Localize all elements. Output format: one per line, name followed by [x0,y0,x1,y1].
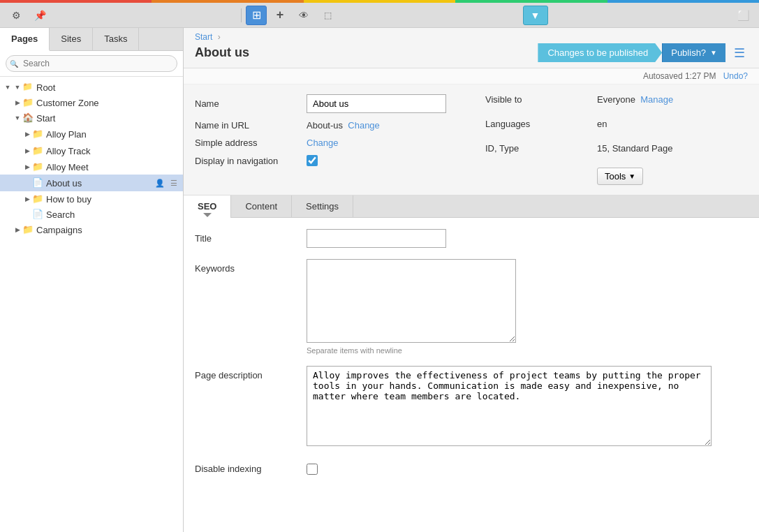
tree-item-alloy-plan[interactable]: ▶ 📁 Alloy Plan 👤 ☰ [0,126,183,142]
seo-description-control: Alloy improves the effectiveness of proj… [307,366,748,448]
visible-to-label: Visible to [485,94,597,105]
name-in-url-label: Name in URL [195,120,307,131]
tab-sites[interactable]: Sites [50,28,93,50]
list-view-button[interactable]: ☰ [731,45,748,61]
form-row-visible-to: Visible to Everyone Manage [485,94,748,105]
disable-indexing-checkbox[interactable] [307,464,318,475]
about-us-icon: 📄 [32,177,43,189]
seo-description-label: Page description [195,366,307,380]
seo-title-input[interactable] [307,229,446,248]
grid-icon-button[interactable]: ⊞ [246,6,267,25]
breadcrumb-start-link[interactable]: Start [195,32,212,42]
breadcrumb: Start › [195,32,748,42]
seo-keywords-textarea[interactable] [307,259,516,343]
main-content: Start › About us Changes to be published… [184,28,759,532]
toggle-about-us [22,178,32,188]
tabs-bar: SEO Content Settings [184,195,759,218]
campaigns-icon: 📁 [22,224,34,235]
start-icon: 🏠 [22,112,34,124]
tree-item-campaigns[interactable]: ▶ 📁 Campaigns [0,222,183,237]
tools-label: Tools [605,171,626,182]
device-preview-button[interactable]: ⬚ [317,6,338,25]
tab-tasks[interactable]: Tasks [93,28,139,50]
add-block-button[interactable]: + [270,6,290,25]
name-in-url-change-link[interactable]: Change [348,120,380,131]
tree-item-about-us[interactable]: 📄 About us 👤 ☰ [0,175,183,191]
header-actions: Changes to be published Publish? ▼ ☰ [538,43,748,62]
preview-button[interactable]: 👁 [293,6,314,25]
seo-hint: Separate items with newline [307,346,748,355]
search-page-icon: 📄 [32,209,43,220]
tree-item-alloy-track[interactable]: ▶ 📁 Alloy Track 👤 [0,142,183,159]
name-input[interactable] [307,94,446,113]
customer-zone-icon: 📁 [22,97,34,108]
visible-to-value: Everyone [597,94,635,105]
form-row-simple-address: Simple address Change [195,138,457,148]
name-in-url-text: About-us [307,120,343,131]
display-in-nav-checkbox[interactable] [307,155,318,166]
page-title: About us [195,45,249,60]
publish-dropdown-icon: ▼ [710,49,717,57]
tab-seo-label: SEO [198,201,216,212]
manage-link[interactable]: Manage [640,94,673,105]
undo-link[interactable]: Undo? [723,71,748,81]
tree-item-root[interactable]: ▼ ▼ 📁 Root [0,80,183,95]
id-type-label: ID, Type [485,143,597,154]
search-input[interactable] [6,55,177,72]
tab-seo[interactable]: SEO [184,195,231,217]
toggle-alloy-track: ▶ [22,146,32,156]
toggle-how-to-buy: ▶ [22,194,32,204]
pin-button[interactable]: 📌 [29,6,50,25]
tab-pages[interactable]: Pages [0,28,50,51]
id-type-value: 15, Standard Page [597,143,748,154]
autosave-text: Autosaved 1:27 PM [643,71,716,81]
form-row-display-nav: Display in navigation [195,155,457,166]
alloy-plan-menu-icon[interactable]: ☰ [168,128,180,140]
tree-label-alloy-meet: Alloy Meet [46,162,180,172]
tools-button[interactable]: Tools ▼ [597,168,643,185]
seo-title-label: Title [195,229,307,244]
tree-item-customer-zone[interactable]: ▶ 📁 Customer Zone [0,95,183,110]
seo-description-textarea[interactable]: Alloy improves the effectiveness of proj… [307,366,712,446]
tab-content-label: Content [245,201,277,212]
tree-label-customer-zone: Customer Zone [36,98,180,108]
content-header: Start › About us Changes to be published… [184,28,759,68]
tree-label-alloy-track: Alloy Track [46,146,168,156]
breadcrumb-sep: › [218,32,221,42]
alloy-track-user-icon[interactable]: 👤 [168,145,180,157]
about-us-user-icon[interactable]: 👤 [154,177,166,189]
toggle-icon: ▼ [3,82,13,92]
page-tree: ▼ ▼ 📁 Root ▶ 📁 Customer Zone ▼ 🏠 Start ▶… [0,77,183,532]
tree-item-how-to-buy[interactable]: ▶ 📁 How to buy [0,191,183,207]
sidebar-search-container [0,51,183,77]
publish-button[interactable]: Publish? ▼ [662,43,725,62]
about-us-menu-icon[interactable]: ☰ [168,177,180,189]
window-button[interactable]: ⬜ [732,6,753,25]
alloy-plan-user-icon[interactable]: 👤 [154,128,166,140]
form-two-col: Name Name in URL About-us Change Simple … [195,94,748,185]
seo-title-control [307,229,748,248]
tree-item-alloy-meet[interactable]: ▶ 📁 Alloy Meet [0,159,183,175]
top-toolbar: ⚙ 📌 ⊞ + 👁 ⬚ ▼ ⬜ [0,3,759,28]
name-in-url-value: About-us Change [307,120,457,131]
tab-content[interactable]: Content [231,195,292,217]
sidebar-tabs: Pages Sites Tasks [0,28,183,51]
form-col-left: Name Name in URL About-us Change Simple … [195,94,457,185]
form-row-id-type: ID, Type 15, Standard Page [485,143,748,154]
toggle-start: ▼ [13,113,22,123]
tab-settings[interactable]: Settings [292,195,353,217]
tree-item-start[interactable]: ▼ 🏠 Start [0,110,183,126]
tree-label-campaigns: Campaigns [36,225,180,235]
mode-dropdown-button[interactable]: ▼ [523,6,548,25]
main-layout: Pages Sites Tasks ▼ ▼ 📁 Root ▶ 📁 Custo [0,28,759,532]
seo-disable-indexing-label: Disable indexing [195,459,307,474]
simple-address-change-link[interactable]: Change [307,138,339,148]
form-row-name-url: Name in URL About-us Change [195,120,457,131]
how-to-buy-icon: 📁 [32,193,43,205]
seo-keywords-control: Separate items with newline [307,259,748,355]
form-row-name: Name [195,94,457,113]
tree-item-search[interactable]: 📄 Search [0,207,183,222]
settings-button[interactable]: ⚙ [6,6,27,25]
toggle-alloy-plan: ▶ [22,129,32,139]
tab-settings-label: Settings [306,201,339,212]
